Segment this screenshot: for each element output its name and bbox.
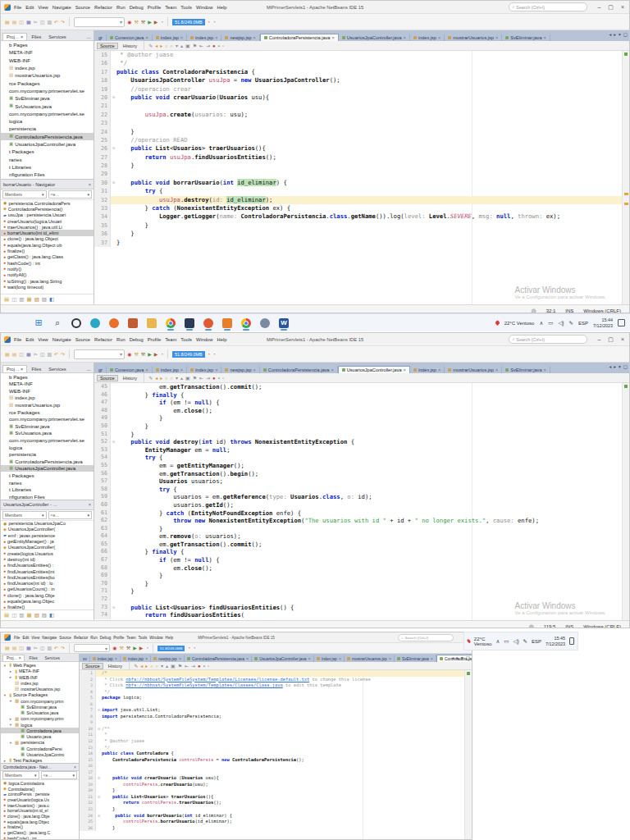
filter-dropdown[interactable]: <e…▾ (48, 511, 93, 519)
tab-close-icon[interactable]: × (215, 35, 217, 40)
run-project-icon[interactable]: ▶ (133, 646, 137, 651)
tab-close-icon[interactable]: × (404, 35, 406, 40)
build-project-icon[interactable]: ⚒ (134, 352, 138, 357)
gc-icon[interactable]: ◔ (208, 352, 211, 357)
tab-close-icon[interactable]: × (544, 35, 546, 40)
editor-tab[interactable]: ControladoraPersistencia.java× (185, 655, 252, 662)
menu-edit[interactable]: Edit (22, 636, 29, 640)
member-item[interactable]: ●wait(long timeout) (1, 284, 94, 290)
member-item[interactable]: ●getUsuariosCount() : in (1, 587, 94, 592)
chrome-icon[interactable] (165, 317, 176, 330)
member-item[interactable]: ●create(logica.Usuarios (1, 550, 94, 556)
sort-alpha-icon[interactable]: ▨ (42, 613, 47, 619)
member-item[interactable]: ◆UsuariosJpaController( (1, 545, 94, 550)
run-project-icon[interactable]: ▶ (148, 352, 152, 357)
editor-tab[interactable]: SvEliminar.java× (502, 34, 550, 41)
tree-item[interactable]: ▣ControladoraPersistencia.java (1, 133, 94, 140)
insert-mode[interactable]: INS (565, 308, 573, 313)
member-item[interactable]: ●destroy(int id) (1, 556, 94, 562)
tab-list-icon[interactable]: ▾ (619, 32, 621, 37)
redo-icon[interactable]: ↷ (61, 20, 65, 25)
apply-changes-icon[interactable]: ◉ (127, 352, 131, 357)
editor-tab[interactable]: index.jsp× (90, 655, 121, 662)
config-combobox[interactable]: ▾ (74, 349, 125, 359)
gc-icon-2[interactable]: ◔ (212, 20, 216, 25)
source-button[interactable]: Source (97, 375, 118, 381)
tree-item[interactable]: b Pages (1, 41, 94, 48)
open-project-icon[interactable]: ◫ (19, 646, 24, 651)
member-item[interactable]: ●notifyAll() (1, 272, 94, 278)
bookmark-icon[interactable]: ⚑ (193, 376, 197, 381)
tree-item[interactable]: raries (1, 479, 94, 486)
menu-tools[interactable]: Tools (139, 636, 148, 640)
member-item[interactable]: ◆Controladora() (1, 786, 79, 792)
shift-left-icon[interactable]: ⇤ (185, 664, 189, 669)
clock[interactable]: 15:457/12/2023 (546, 636, 565, 646)
menu-file[interactable]: File (14, 337, 21, 342)
tree-item[interactable]: com.mycompany.primerservlet.se (1, 415, 94, 422)
tree-item[interactable]: ▤mostrarUsuarios.jsp (1, 686, 79, 692)
fold-indicator[interactable]: ⊟ (111, 144, 116, 153)
fold-indicator[interactable]: ⊟ (111, 604, 116, 612)
next-occurrence-icon[interactable]: ▾ (161, 664, 163, 669)
speaker-icon[interactable]: ◁) (513, 638, 518, 645)
tree-expander-icon[interactable]: ▾ (8, 741, 13, 745)
tab-close-icon[interactable]: × (431, 656, 433, 661)
error-stripe[interactable] (622, 383, 629, 620)
shift-left-icon[interactable]: ⇤ (199, 43, 203, 48)
tree-item[interactable]: ▾▦persistencia (1, 740, 79, 746)
monitor-icon[interactable]: ▭ (504, 638, 509, 645)
menu-profile[interactable]: Profile (113, 636, 124, 640)
gc-icon[interactable]: ◔ (208, 20, 211, 25)
tab-files[interactable]: Files (28, 366, 44, 372)
memory-indicator[interactable]: 51.8/249.0MB (172, 19, 205, 25)
source-button[interactable]: Source (82, 663, 103, 669)
tree-item[interactable]: ▤index.jsp (1, 395, 94, 402)
undo-icon[interactable]: ↶ (54, 646, 58, 651)
editor-tab[interactable]: ControladoraPersistencia.java× (260, 34, 339, 41)
forward-icon[interactable]: ▸ (160, 43, 162, 48)
clean-build-icon[interactable]: ⚒ (141, 352, 145, 357)
debug-project-icon[interactable]: ▶ (154, 352, 158, 357)
tab-close-icon[interactable]: × (115, 656, 117, 661)
menu-source[interactable]: Source (59, 636, 71, 640)
tab-scroll-right-icon[interactable]: ▸ (614, 364, 616, 369)
editor-tab[interactable]: UsuariosJpaController.java× (338, 366, 410, 373)
shift-left-icon[interactable]: ⇤ (199, 376, 203, 381)
code-editor[interactable]: 15 * @author juase16 */17public class Co… (94, 51, 629, 304)
tab-projects[interactable]: Proj… × (2, 33, 27, 40)
profile-project-icon[interactable]: ◔ (145, 646, 148, 651)
member-item[interactable]: ●borrarUsuario(int id_elimi (1, 230, 94, 235)
save-all-icon[interactable]: ▦ (26, 646, 31, 651)
tree-item[interactable]: ▣UsuariosJpaController.java (1, 465, 94, 472)
new-file-icon[interactable]: ▤ (5, 646, 10, 651)
show-fields-icon[interactable]: ◫ (11, 297, 16, 303)
run-project-icon[interactable]: ▶ (148, 20, 152, 25)
error-stripe[interactable] (464, 670, 472, 840)
memory-indicator[interactable]: 51.8/249.0MB (158, 646, 185, 651)
member-item[interactable]: ◆UsuariosJpaController( (1, 527, 94, 532)
tree-item[interactable]: ▸▦com.mycompany.prim (1, 716, 79, 722)
tree-item[interactable]: nfiguration Files (1, 171, 94, 178)
editor-tab[interactable]: index.jsp× (410, 367, 445, 373)
editor-tab[interactable]: index.jsp× (314, 655, 345, 662)
debug-project-icon[interactable]: ▶ (154, 20, 158, 25)
tab-close-icon[interactable]: × (331, 35, 334, 40)
menu-tools[interactable]: Tools (180, 337, 192, 342)
last-edit-icon[interactable]: ✎ (148, 376, 153, 381)
member-item[interactable]: ●finalize() (1, 824, 79, 830)
member-item[interactable]: ●toString() : java.lang.String (1, 278, 94, 284)
notification-center-icon[interactable] (618, 319, 625, 326)
speaker-icon[interactable]: ◁) (558, 320, 564, 326)
new-file-icon[interactable]: ▤ (5, 352, 10, 357)
menu-debug[interactable]: Debug (100, 636, 112, 640)
navigator-close-icon[interactable]: × (89, 502, 91, 507)
tree-item[interactable]: ▣Controladora.java (1, 728, 79, 733)
member-item[interactable]: ●findUsuariosEntities() : (1, 563, 94, 568)
tab-close-icon[interactable]: × (246, 656, 249, 661)
explorer-icon[interactable] (146, 317, 158, 330)
show-inherited-icon[interactable]: ▤ (4, 613, 9, 619)
start-button[interactable]: ⊞ (33, 317, 44, 330)
tree-item[interactable]: META-INF (1, 48, 94, 56)
next-occurrence-icon[interactable]: ▾ (176, 43, 178, 48)
